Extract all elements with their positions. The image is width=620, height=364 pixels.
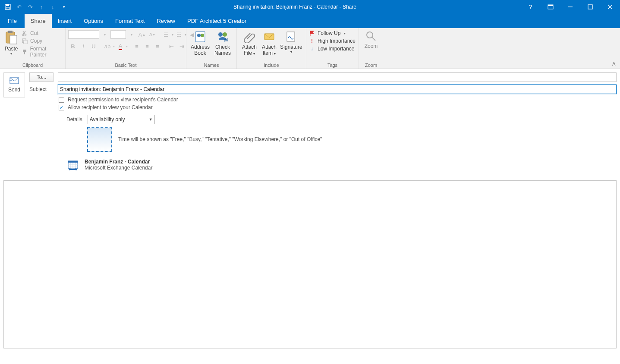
grow-font-icon[interactable]: A▲ xyxy=(137,30,147,39)
paste-button[interactable]: Paste ▾ xyxy=(3,29,20,56)
follow-up-label: Follow Up xyxy=(318,30,340,36)
copy-icon xyxy=(22,38,28,44)
svg-point-22 xyxy=(223,32,227,37)
high-importance-icon: ! xyxy=(309,38,315,44)
high-importance-label: High Importance xyxy=(318,38,356,44)
availability-preview-icon xyxy=(87,127,112,152)
check-names-button[interactable]: @ Check Names xyxy=(211,29,234,56)
message-body[interactable] xyxy=(3,180,617,348)
svg-line-27 xyxy=(372,37,375,41)
help-icon[interactable]: ? xyxy=(521,0,541,14)
svg-rect-17 xyxy=(24,52,25,54)
to-input[interactable] xyxy=(58,72,617,82)
next-icon[interactable]: ↓ xyxy=(47,2,58,12)
attach-file-l1: Attach xyxy=(242,44,257,50)
signature-button[interactable]: Signature ▾ xyxy=(279,29,303,54)
underline-icon[interactable]: U xyxy=(89,42,98,50)
attach-item-l1: Attach xyxy=(262,44,277,50)
svg-rect-1 xyxy=(6,4,9,6)
ribbon-display-icon[interactable] xyxy=(541,0,560,14)
tab-options[interactable]: Options xyxy=(78,14,109,28)
send-button[interactable]: Send xyxy=(3,72,25,97)
signature-dropdown-icon: ▾ xyxy=(279,50,303,54)
tab-share[interactable]: Share xyxy=(25,14,52,28)
allow-recipient-checkbox[interactable]: ✓ xyxy=(59,105,64,110)
attach-file-l2: File ▾ xyxy=(239,50,259,56)
italic-icon[interactable]: I xyxy=(79,42,88,50)
svg-point-26 xyxy=(367,32,373,38)
svg-point-20 xyxy=(201,34,204,37)
address-book-l2: Book xyxy=(189,50,211,56)
tab-file[interactable]: File xyxy=(0,14,25,28)
signature-icon xyxy=(285,30,298,43)
group-label-zoom: Zoom xyxy=(359,63,383,69)
format-painter-button[interactable]: Format Painter xyxy=(22,46,63,58)
request-permission-row[interactable]: Request permission to view recipient's C… xyxy=(59,97,617,103)
availability-hint: Time will be shown as "Free," "Busy," "T… xyxy=(118,136,322,142)
format-painter-icon xyxy=(22,49,27,55)
details-value: Availability only xyxy=(90,116,125,122)
group-label-tags: Tags xyxy=(306,63,359,69)
group-zoom: Zoom Zoom xyxy=(359,28,383,69)
svg-rect-11 xyxy=(10,35,17,44)
low-importance-icon: ↓ xyxy=(309,46,315,52)
tab-insert[interactable]: Insert xyxy=(52,14,78,28)
undo-icon[interactable]: ↶ xyxy=(14,2,24,12)
group-label-names: Names xyxy=(186,63,236,69)
chevron-down-icon: ▼ xyxy=(149,117,153,122)
subject-input[interactable] xyxy=(58,85,617,94)
highlight-icon[interactable]: ab xyxy=(103,42,112,50)
minimize-button[interactable] xyxy=(560,0,580,14)
attach-item-button[interactable]: Attach Item ▾ xyxy=(259,29,279,56)
details-select[interactable]: Availability only ▼ xyxy=(88,115,155,124)
svg-text:@: @ xyxy=(224,38,228,42)
svg-point-21 xyxy=(218,32,223,37)
redo-icon[interactable]: ↷ xyxy=(25,2,35,12)
align-right-icon[interactable]: ≡ xyxy=(153,42,162,50)
tab-format-text[interactable]: Format Text xyxy=(109,14,151,28)
tab-pdf-architect[interactable]: PDF Architect 5 Creator xyxy=(181,14,252,28)
shrink-font-icon[interactable]: A▼ xyxy=(148,30,157,39)
qat-customize-icon[interactable]: ▾ xyxy=(59,2,69,12)
font-color-icon[interactable]: A xyxy=(116,42,125,50)
decrease-indent-icon[interactable]: ⇤ xyxy=(167,42,176,50)
prev-icon[interactable]: ↑ xyxy=(36,2,47,12)
tab-review[interactable]: Review xyxy=(151,14,181,28)
allow-recipient-row[interactable]: ✓ Allow recipient to view your Calendar xyxy=(59,104,617,110)
window-title: Sharing invitation: Benjamin Franz - Cal… xyxy=(69,4,521,10)
align-center-icon[interactable]: ≡ xyxy=(142,42,152,50)
attach-file-button[interactable]: Attach File ▾ xyxy=(239,29,259,56)
address-book-l1: Address xyxy=(191,44,210,50)
group-label-include: Include xyxy=(237,63,306,69)
high-importance-button[interactable]: ! High Importance xyxy=(309,38,356,44)
follow-up-button[interactable]: Follow Up xyxy=(309,30,356,36)
quick-access-toolbar: ↶ ↷ ↑ ↓ ▾ xyxy=(0,2,69,12)
check-names-l2: Names xyxy=(211,50,234,56)
cut-button[interactable]: Cut xyxy=(22,30,63,36)
bold-icon[interactable]: B xyxy=(68,42,78,50)
increase-indent-icon[interactable]: ⇥ xyxy=(177,42,186,50)
numbering-icon[interactable]: ☷ xyxy=(174,30,184,39)
to-button[interactable]: To... xyxy=(29,72,54,82)
group-clipboard: Paste ▾ Cut Copy Format Painter Clipboar… xyxy=(0,28,66,69)
align-left-icon[interactable]: ≡ xyxy=(132,42,142,50)
svg-rect-15 xyxy=(24,40,27,44)
request-permission-checkbox[interactable] xyxy=(59,97,64,103)
allow-recipient-label: Allow recipient to view your Calendar xyxy=(68,104,153,110)
address-book-button[interactable]: Address Book xyxy=(189,29,211,56)
message-header: Send To... Subject Request permission to… xyxy=(0,69,620,178)
calendar-name: Benjamin Franz - Calendar xyxy=(85,159,152,165)
bullets-icon[interactable]: ☰ xyxy=(161,30,171,39)
font-size-select[interactable] xyxy=(110,30,126,39)
svg-rect-16 xyxy=(23,50,26,52)
save-icon[interactable] xyxy=(3,2,13,12)
window-controls: ? xyxy=(521,0,620,14)
paste-dropdown-icon: ▾ xyxy=(3,52,20,56)
zoom-button[interactable]: Zoom xyxy=(362,29,381,49)
close-button[interactable] xyxy=(600,0,620,14)
collapse-ribbon-icon[interactable]: ᐱ xyxy=(612,61,616,67)
font-name-select[interactable] xyxy=(68,30,99,39)
low-importance-button[interactable]: ↓ Low Importance xyxy=(309,46,356,52)
copy-button[interactable]: Copy xyxy=(22,38,63,44)
maximize-button[interactable] xyxy=(580,0,600,14)
